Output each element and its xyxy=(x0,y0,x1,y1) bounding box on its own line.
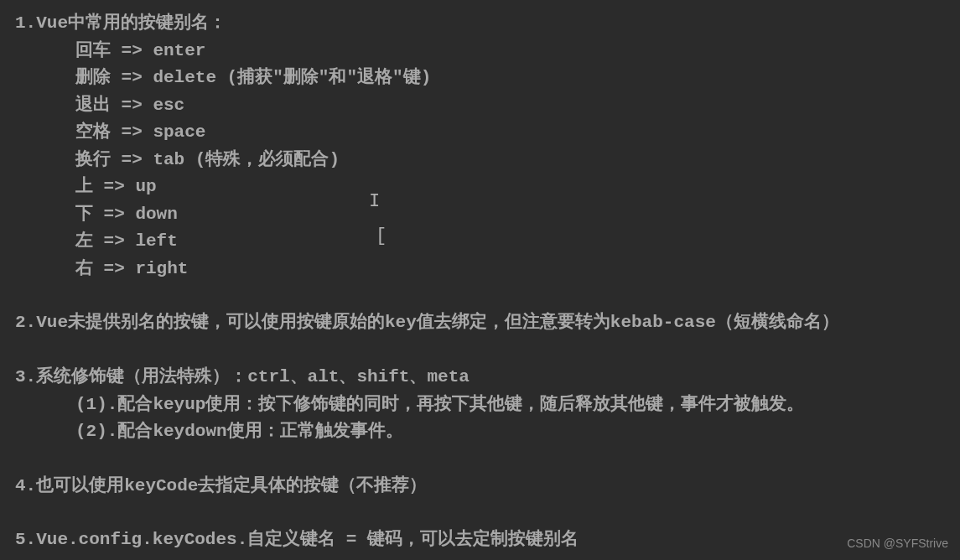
key-alias-item: 右 => right xyxy=(15,256,945,283)
section-5-title: 5.Vue.config.keyCodes.自定义键名 = 键码，可以去定制按键… xyxy=(15,526,945,554)
key-alias-item: 空格 => space xyxy=(15,119,945,147)
key-alias-item: 删除 => delete (捕获"删除"和"退格"键) xyxy=(15,65,945,92)
section-4-title: 4.也可以使用keyCode去指定具体的按键（不推荐） xyxy=(15,473,945,500)
text-cursor-icon: I xyxy=(369,188,380,216)
key-alias-item: 左 => left xyxy=(15,228,945,256)
section-3-sub2: (2).配合keydown使用：正常触发事件。 xyxy=(15,418,945,446)
key-alias-item: 下 => down xyxy=(15,201,945,229)
watermark-text: CSDN @SYFStrive xyxy=(847,535,948,553)
section-3-title: 3.系统修饰键（用法特殊）：ctrl、alt、shift、meta xyxy=(15,364,945,391)
section-2-title: 2.Vue未提供别名的按键，可以使用按键原始的key值去绑定，但注意要转为keb… xyxy=(15,309,945,337)
key-alias-item: 上 => up xyxy=(15,174,945,201)
key-alias-item: 退出 => esc xyxy=(15,92,945,120)
bracket-cursor-icon: [ xyxy=(376,222,387,251)
section-3-sub1: (1).配合keyup使用：按下修饰键的同时，再按下其他键，随后释放其他键，事件… xyxy=(15,391,945,419)
key-alias-item: 换行 => tab (特殊，必须配合) xyxy=(15,147,945,174)
section-1-title: 1.Vue中常用的按键别名： xyxy=(15,10,945,38)
key-alias-item: 回车 => enter xyxy=(15,38,945,65)
